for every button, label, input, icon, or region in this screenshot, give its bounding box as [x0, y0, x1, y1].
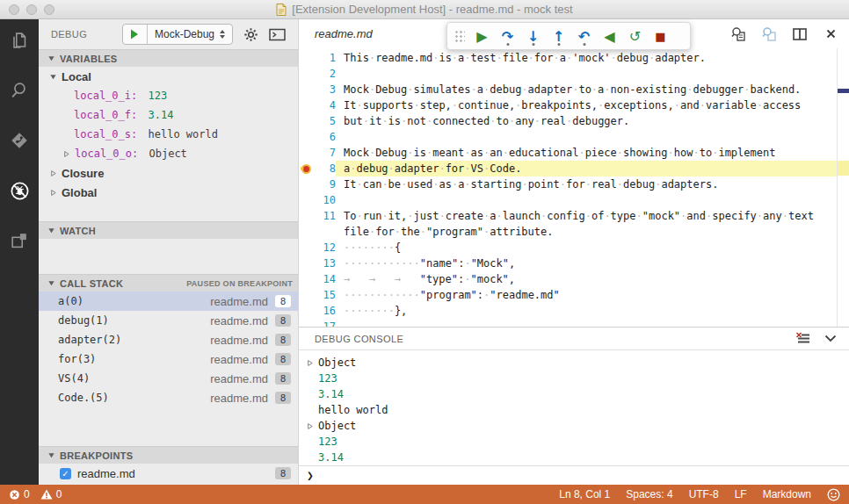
variable-row[interactable]: local_0_f: 3.14 [39, 105, 298, 125]
zoom-window-button[interactable] [44, 4, 54, 15]
glyph-margin[interactable] [299, 164, 313, 174]
variable-row[interactable]: local_0_i: 123 [39, 86, 298, 105]
editor-line[interactable]: 13············"name":·"Mock", [299, 256, 837, 271]
text-editor[interactable]: 1This·readme.md·is·a·test·file·for·a·'mo… [299, 48, 849, 327]
line-text [336, 129, 837, 145]
editor-line[interactable]: file·for·the·"program"·attribute. [299, 224, 837, 240]
status-indentation[interactable]: Spaces: 4 [626, 488, 672, 500]
stack-frame-row[interactable]: a(0)readme.md8 [39, 292, 298, 311]
status-encoding[interactable]: UTF-8 [689, 488, 719, 500]
editor-line[interactable]: 11To·run·it,·just·create·a·launch·config… [299, 208, 837, 224]
editor-line[interactable]: 5but·it·is·not·connected·to·any·real·deb… [299, 113, 837, 129]
feedback-smiley-icon[interactable] [827, 488, 840, 501]
editor-line[interactable]: 2 [299, 66, 837, 82]
reverse-continue-button[interactable]: ◀ [597, 24, 622, 48]
call-stack-section-header[interactable]: CALL STACK PAUSED ON BREAKPOINT [39, 274, 298, 292]
breakpoint-row[interactable]: ✓readme.md8 [39, 464, 298, 483]
editor-lines: 1This·readme.md·is·a·test·file·for·a·'mo… [299, 48, 837, 327]
twisty-collapsed-icon[interactable] [62, 150, 70, 158]
twisty-collapsed-icon[interactable] [306, 359, 314, 367]
open-preview-icon[interactable] [730, 26, 746, 42]
close-window-button[interactable] [9, 4, 19, 15]
variable-row[interactable]: local_0_o: Object [39, 144, 298, 163]
status-language-mode[interactable]: Markdown [763, 488, 811, 500]
scope-row[interactable]: Global [39, 183, 298, 202]
watch-title: WATCH [60, 226, 96, 236]
editor-line[interactable]: 12········{ [299, 240, 837, 256]
variable-name: local_0_f: [74, 109, 143, 121]
editor-line[interactable]: 1This·readme.md·is·a·test·file·for·a·'mo… [299, 50, 837, 66]
variable-row[interactable]: local_0_s: hello world [39, 125, 298, 144]
twisty-expanded-icon[interactable] [49, 73, 57, 81]
panel-title[interactable]: DEBUG CONSOLE [315, 334, 403, 344]
restart-button[interactable]: ↺ [622, 24, 648, 48]
breakpoint-checkbox[interactable]: ✓ [60, 468, 71, 479]
console-row[interactable]: Object [299, 355, 849, 371]
line-number: 6 [313, 131, 336, 143]
start-debug-button[interactable] [123, 25, 148, 44]
step-over-button[interactable]: ↷ [495, 24, 520, 48]
editor-line[interactable]: 6 [299, 129, 837, 145]
error-warning-indicator[interactable]: 0 [9, 488, 30, 500]
stack-frame-row[interactable]: VS(4)readme.md8 [39, 369, 298, 388]
debug-configuration-dropdown[interactable]: Mock-Debug [148, 28, 232, 40]
line-number: 7 [313, 147, 336, 159]
step-back-button[interactable]: ↶ [571, 24, 597, 48]
scope-row[interactable]: Closure [39, 163, 298, 183]
configure-gear-icon[interactable] [242, 25, 259, 43]
breakpoint-current-line-icon[interactable] [301, 164, 311, 174]
close-icon[interactable] [823, 26, 838, 42]
stack-frame-row[interactable]: Code.(5)readme.md8 [39, 388, 298, 407]
open-preview-to-side-icon[interactable] [761, 26, 777, 42]
search-icon[interactable] [8, 79, 31, 102]
editor-line[interactable]: 14→→→"type":·"mock", [299, 271, 837, 287]
twisty-collapsed-icon[interactable] [49, 169, 57, 177]
console-input[interactable]: ❯ [299, 465, 849, 485]
editor-line[interactable]: 7Mock·Debug·is·meant·as·an·educational·p… [299, 145, 837, 161]
console-row[interactable]: hello world [299, 402, 849, 418]
toolbar-drag-handle-icon[interactable] [454, 29, 465, 43]
step-out-button[interactable]: ↑ [546, 24, 571, 48]
console-row[interactable]: Object [299, 418, 849, 434]
editor-line[interactable]: 8a·debug·adapter·for·VS·Code. [299, 161, 837, 176]
editor-line[interactable]: 9It·can·be·used·as·a·starting·point·for·… [299, 176, 837, 192]
stack-frame-row[interactable]: for(3)readme.md8 [39, 349, 298, 369]
editor-line[interactable]: 3Mock·Debug·simulates·a·debug·adapter·to… [299, 82, 837, 97]
source-control-icon[interactable] [8, 129, 31, 152]
chevron-down-icon[interactable] [824, 335, 837, 342]
step-into-button[interactable]: ↓ [520, 24, 546, 48]
console-row[interactable]: 123 [299, 434, 849, 450]
twisty-collapsed-icon[interactable] [49, 189, 57, 197]
status-cursor-position[interactable]: Ln 8, Col 1 [559, 488, 610, 500]
call-stack-list: a(0)readme.md8debug(1)readme.md8adapter(… [39, 292, 298, 407]
stack-frame-row[interactable]: adapter(2)readme.md8 [39, 330, 298, 349]
extensions-icon[interactable] [8, 229, 31, 252]
editor-line[interactable]: 10 [299, 192, 837, 208]
stack-frame-row[interactable]: debug(1)readme.md8 [39, 311, 298, 330]
console-row[interactable]: 3.14 [299, 386, 849, 402]
overview-ruler[interactable] [837, 48, 849, 327]
scope-row[interactable]: Local [39, 67, 298, 86]
split-editor-icon[interactable] [792, 26, 808, 42]
twisty-collapsed-icon[interactable] [306, 422, 314, 430]
open-debug-console-icon[interactable] [268, 25, 286, 43]
debug-icon[interactable] [8, 179, 31, 202]
continue-button[interactable]: ▶ [469, 24, 495, 48]
stop-button[interactable]: ■ [648, 24, 673, 48]
console-row[interactable]: 3.14 [299, 450, 849, 465]
clear-console-icon[interactable] [795, 332, 810, 345]
variables-section-header[interactable]: VARIABLES [39, 49, 298, 67]
watch-section-header[interactable]: WATCH [39, 221, 298, 239]
status-eol[interactable]: LF [735, 488, 747, 500]
tab-readme[interactable]: readme.md [315, 27, 373, 40]
editor-line[interactable]: 16········}, [299, 303, 837, 319]
editor-line[interactable]: 4It·supports·step,·continue,·breakpoints… [299, 97, 837, 113]
markdown-file-icon [276, 4, 287, 16]
editor-line[interactable]: 15············"program":·"readme.md" [299, 287, 837, 303]
minimize-window-button[interactable] [26, 4, 37, 15]
console-row[interactable]: 123 [299, 371, 849, 386]
launch-control: Mock-Debug [122, 24, 233, 45]
editor-line[interactable]: 17 [299, 319, 837, 327]
breakpoints-section-header[interactable]: BREAKPOINTS [39, 446, 298, 464]
explorer-icon[interactable] [8, 29, 31, 52]
